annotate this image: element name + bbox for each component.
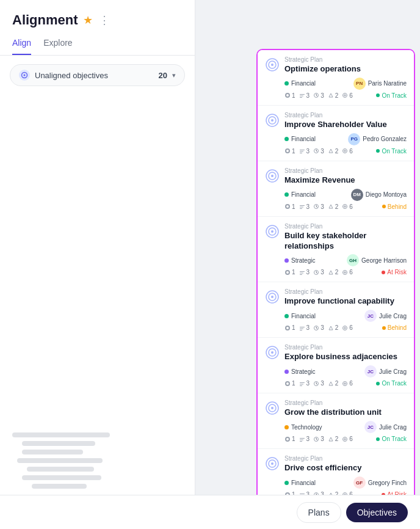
objectives-button[interactable]: Objectives: [346, 503, 408, 522]
svg-rect-38: [300, 328, 303, 329]
unaligned-filter[interactable]: Unaligned objectives 20 ▾: [10, 64, 185, 86]
card-type: Strategic Plan: [284, 399, 407, 406]
strategic-plan-icon: [265, 345, 280, 360]
list-item[interactable]: Strategic Plan Improve Shareholder Value…: [258, 106, 414, 161]
status-badge: At Risk: [382, 269, 407, 275]
category-color-dot: [284, 192, 289, 197]
stats-row: 1 3 3 2: [284, 436, 353, 442]
list-item[interactable]: Strategic Plan Explore business adjacenc…: [258, 338, 414, 393]
svg-rect-47: [300, 385, 302, 386]
strategic-plan-icon: [265, 113, 280, 128]
bottom-bar: Plans Objectives: [0, 495, 420, 529]
owner-name: Julie Crag: [379, 368, 407, 375]
category-label: Strategic: [291, 257, 315, 264]
filter-bar: Unaligned objectives 20 ▾: [10, 64, 185, 86]
svg-rect-22: [300, 207, 303, 208]
status-badge: Behind: [382, 324, 407, 331]
svg-point-1: [24, 75, 26, 76]
status-dot: [376, 382, 380, 385]
chevron-down-icon: ▾: [172, 71, 176, 79]
category-label: Strategic: [291, 368, 315, 375]
stat-4: 2: [335, 436, 339, 442]
avatar: JC: [364, 310, 377, 322]
tree-preview: [12, 432, 134, 492]
svg-rect-46: [300, 384, 303, 384]
card-title: Explore business adjacencies: [284, 352, 407, 362]
svg-point-36: [271, 296, 273, 298]
list-item[interactable]: Strategic Plan Optimize operations Finan…: [258, 50, 414, 106]
status-dot: [382, 271, 385, 274]
stats-row: 1 3 3 2: [284, 148, 353, 155]
status-dot: [376, 93, 380, 97]
svg-rect-30: [300, 272, 303, 273]
svg-rect-13: [300, 150, 305, 150]
owner-name: Pedro Gonzalez: [363, 136, 407, 142]
status-dot: [376, 437, 380, 441]
stat-2: 3: [306, 380, 310, 387]
category-badge: Financial: [284, 480, 316, 486]
svg-point-60: [271, 462, 273, 465]
svg-point-28: [271, 230, 273, 233]
owner-name: Paris Naratine: [368, 80, 407, 87]
category-color-dot: [284, 314, 289, 318]
more-options-icon[interactable]: ⋮: [99, 13, 110, 27]
category-label: Financial: [291, 80, 316, 87]
stat-4: 2: [335, 203, 339, 210]
list-item[interactable]: Strategic Plan Maximize Revenue Financia…: [258, 161, 414, 217]
tab-explore[interactable]: Explore: [43, 38, 72, 55]
category-badge: Financial: [284, 80, 316, 87]
svg-rect-39: [300, 330, 302, 330]
stat-5: 6: [349, 380, 353, 387]
filter-label: Unaligned objectives: [35, 71, 154, 80]
stat-4: 2: [335, 148, 339, 155]
favorite-icon[interactable]: ★: [83, 13, 93, 27]
stats-row: 1 3 3 2: [284, 269, 353, 275]
card-title: Build key stakeholder relationships: [284, 231, 407, 252]
strategic-plan-icon: [265, 57, 280, 72]
stats-row: 1 3 3 2: [284, 92, 353, 99]
stat-3: 3: [320, 92, 324, 99]
plans-button[interactable]: Plans: [297, 502, 341, 523]
stats-row: 1 3 3 2: [284, 203, 353, 210]
list-item[interactable]: Strategic Plan Grow the distribution uni…: [258, 393, 414, 449]
category-label: Financial: [291, 191, 316, 198]
stats-row: 1 3 3 2: [284, 380, 353, 387]
status-label: On Track: [382, 148, 407, 155]
svg-rect-21: [300, 205, 305, 206]
stat-3: 3: [320, 324, 324, 331]
svg-rect-54: [300, 439, 303, 440]
stat-5: 6: [349, 92, 353, 99]
svg-rect-45: [300, 382, 305, 383]
status-label: On Track: [382, 380, 407, 387]
status-label: On Track: [382, 92, 407, 99]
status-badge: On Track: [376, 148, 407, 155]
stat-3: 3: [320, 203, 324, 210]
stat-3: 3: [320, 269, 324, 275]
stat-3: 3: [320, 436, 324, 442]
list-item[interactable]: Strategic Plan Build key stakeholder rel…: [258, 217, 414, 283]
status-dot: [376, 149, 380, 153]
stat-2: 3: [306, 148, 310, 155]
category-badge: Financial: [284, 136, 316, 142]
svg-rect-5: [300, 94, 305, 95]
category-color-dot: [284, 425, 289, 429]
stat-2: 3: [306, 436, 310, 442]
objectives-list: Strategic Plan Optimize operations Finan…: [256, 49, 415, 505]
owner-name: Julie Crag: [379, 424, 407, 431]
avatar: DM: [351, 189, 363, 201]
list-item[interactable]: Strategic Plan Improve functional capabi…: [258, 282, 414, 338]
svg-rect-55: [300, 441, 302, 442]
stats-row: 1 3 3 2: [284, 324, 353, 331]
owner-name: Diego Montoya: [366, 191, 407, 198]
svg-rect-15: [300, 153, 302, 153]
svg-rect-7: [300, 97, 302, 98]
category-color-dot: [284, 137, 289, 141]
card-type: Strategic Plan: [284, 344, 407, 351]
tab-align[interactable]: Align: [12, 38, 31, 55]
card-type: Strategic Plan: [284, 167, 407, 174]
left-panel: Alignment ★ ⋮ Align Explore Unaligned ob…: [0, 0, 195, 529]
category-label: Financial: [291, 136, 316, 142]
stat-5: 6: [349, 203, 353, 210]
objectives-panel: Strategic Plan Optimize operations Finan…: [256, 49, 415, 505]
svg-rect-53: [300, 438, 305, 439]
